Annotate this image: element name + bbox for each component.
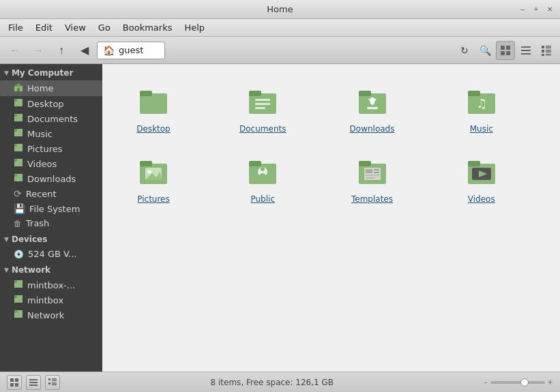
file-item-downloads[interactable]: Downloads xyxy=(335,78,410,141)
zoom-thumb[interactable] xyxy=(520,378,529,387)
svg-rect-66 xyxy=(52,382,57,384)
pictures-icon xyxy=(137,155,170,190)
maximize-button[interactable]: + xyxy=(531,5,541,14)
svg-rect-50 xyxy=(366,177,375,179)
mintbox2-icon xyxy=(14,295,23,305)
svg-rect-23 xyxy=(255,99,270,101)
forward-button[interactable]: → xyxy=(27,40,49,61)
svg-rect-65 xyxy=(48,382,50,385)
menu-view[interactable]: View xyxy=(59,20,91,35)
sidebar-item-mintbox1[interactable]: mintbox-... xyxy=(0,277,102,292)
sidebar-item-documents[interactable]: Documents xyxy=(0,111,102,126)
sidebar-item-recent[interactable]: ⟳ Recent xyxy=(0,186,102,201)
up-button[interactable]: ↑ xyxy=(50,40,72,61)
svg-rect-9 xyxy=(546,47,551,48)
downloads-folder-icon xyxy=(14,173,23,184)
templates-icon xyxy=(356,155,389,190)
sidebar-item-documents-label: Documents xyxy=(27,114,78,124)
svg-rect-5 xyxy=(521,50,531,51)
menu-help[interactable]: Help xyxy=(179,20,210,35)
svg-rect-4 xyxy=(521,46,531,48)
window-title: Home xyxy=(267,4,293,14)
documents-label: Documents xyxy=(239,124,286,134)
sidebar-item-recent-label: Recent xyxy=(26,189,57,199)
filesystem-icon: 💾 xyxy=(14,203,25,214)
svg-rect-24 xyxy=(255,103,270,105)
svg-rect-55 xyxy=(10,378,14,382)
sidebar-item-filesystem[interactable]: 💾 File System xyxy=(0,201,102,216)
svg-rect-59 xyxy=(29,379,38,380)
sidebar-item-home-label: Home xyxy=(27,83,53,93)
sidebar-section-devices[interactable]: ▼ Devices xyxy=(0,230,102,247)
documents-icon xyxy=(246,85,279,120)
music-label: Music xyxy=(470,124,493,134)
sidebar-item-device1[interactable]: 💿 524 GB V... xyxy=(0,247,102,261)
file-item-desktop[interactable]: Desktop xyxy=(116,78,191,141)
sidebar-item-mintbox2[interactable]: mintbox xyxy=(0,292,102,307)
menu-file[interactable]: File xyxy=(3,20,29,35)
status-btn-1[interactable] xyxy=(7,375,22,390)
file-item-videos[interactable]: Videos xyxy=(444,148,519,211)
menu-go[interactable]: Go xyxy=(93,20,116,35)
zoom-minus: – xyxy=(484,378,488,386)
sidebar-item-mintbox2-label: mintbox xyxy=(27,295,63,305)
sidebar-item-music[interactable]: Music xyxy=(0,126,102,141)
music-icon: ♫ xyxy=(465,85,498,120)
sidebar: ▼ My Computer Home Desktop Documents M xyxy=(0,64,102,372)
svg-rect-62 xyxy=(48,378,50,380)
pictures-label: Pictures xyxy=(137,194,170,204)
file-item-public[interactable]: Public xyxy=(225,148,300,211)
sidebar-section-network[interactable]: ▼ Network xyxy=(0,261,102,277)
public-label: Public xyxy=(250,194,275,204)
reload-button[interactable]: ↻ xyxy=(455,41,474,60)
videos-icon xyxy=(465,155,498,190)
location-bar: 🏠 guest xyxy=(97,42,165,59)
svg-rect-13 xyxy=(542,54,544,56)
toggle-sidebar-button[interactable]: ◀ xyxy=(74,40,95,61)
menu-bar: File Edit View Go Bookmarks Help xyxy=(0,19,560,37)
device-icon: 💿 xyxy=(14,250,24,259)
status-btn-2[interactable] xyxy=(26,375,41,390)
zoom-slider[interactable] xyxy=(490,381,545,384)
file-item-documents[interactable]: Documents xyxy=(225,78,300,141)
menu-bookmarks[interactable]: Bookmarks xyxy=(117,20,178,35)
svg-rect-7 xyxy=(542,46,544,48)
status-info: 8 items, Free space: 126,1 GB xyxy=(65,378,479,387)
sidebar-section-mycomputer[interactable]: ▼ My Computer xyxy=(0,64,102,80)
view-list-button[interactable] xyxy=(516,41,535,60)
sidebar-item-desktop[interactable]: Desktop xyxy=(0,96,102,111)
svg-rect-14 xyxy=(546,54,551,55)
close-button[interactable]: ✕ xyxy=(545,5,555,14)
devices-arrow: ▼ xyxy=(4,236,9,243)
svg-rect-2 xyxy=(501,51,505,55)
location-text: guest xyxy=(119,45,143,55)
network-arrow: ▼ xyxy=(4,267,9,273)
view-compact-button[interactable] xyxy=(537,41,556,60)
back-button[interactable]: ← xyxy=(4,40,26,61)
svg-rect-52 xyxy=(468,161,480,166)
sidebar-item-videos-label: Videos xyxy=(27,159,57,169)
sidebar-item-trash[interactable]: 🗑 Trash xyxy=(0,216,102,230)
sidebar-item-downloads[interactable]: Downloads xyxy=(0,171,102,186)
sidebar-item-home[interactable]: Home xyxy=(0,80,102,96)
search-button[interactable]: 🔍 xyxy=(475,41,495,60)
file-item-templates[interactable]: Templates xyxy=(335,148,410,211)
file-item-music[interactable]: ♫ Music xyxy=(444,78,519,141)
sidebar-item-music-label: Music xyxy=(27,129,53,139)
svg-point-37 xyxy=(147,170,151,174)
minimize-button[interactable]: – xyxy=(518,5,527,14)
menu-edit[interactable]: Edit xyxy=(30,20,58,35)
svg-rect-32 xyxy=(468,91,480,96)
sidebar-item-network[interactable]: Network xyxy=(0,307,102,322)
file-item-pictures[interactable]: Pictures xyxy=(116,148,191,211)
file-grid: Desktop Documents xyxy=(116,78,546,211)
status-btn-3[interactable] xyxy=(45,375,60,390)
svg-rect-46 xyxy=(366,169,372,173)
view-icons-button[interactable] xyxy=(496,41,515,60)
sidebar-item-videos[interactable]: Videos xyxy=(0,156,102,171)
public-icon xyxy=(246,155,279,190)
desktop-icon xyxy=(137,85,170,120)
svg-rect-61 xyxy=(29,385,38,386)
sidebar-item-pictures[interactable]: Pictures xyxy=(0,141,102,156)
music-folder-icon xyxy=(14,128,23,139)
